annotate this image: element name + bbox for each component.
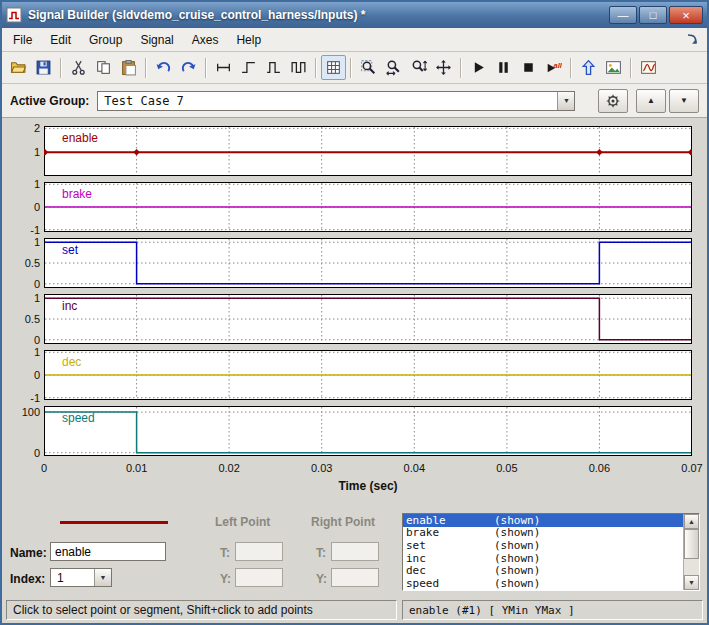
plot-canvas-dec[interactable]: dec: [44, 350, 692, 400]
x-tick-label: 0.07: [681, 462, 702, 474]
signal-list-item-brake[interactable]: brake(shown): [403, 527, 683, 540]
zoom-region-button[interactable]: [356, 55, 381, 80]
zoom-fit-button[interactable]: [431, 55, 456, 80]
index-value: 1: [51, 571, 94, 585]
dock-figure-icon[interactable]: [680, 33, 705, 46]
copy-figure-button[interactable]: [601, 55, 626, 80]
group-up-button[interactable]: ▲: [636, 89, 666, 113]
y-tick-label: 0: [4, 278, 40, 289]
run-all-sections-button[interactable]: all: [541, 55, 566, 80]
y-tick-label: 0: [4, 370, 40, 381]
stop-simulation-button[interactable]: [516, 55, 541, 80]
plot-canvas-enable[interactable]: enable: [44, 126, 692, 176]
right-t-label: T:: [316, 546, 326, 560]
copy-button[interactable]: [91, 55, 116, 80]
signal-status: (shown): [494, 526, 540, 539]
name-input[interactable]: [50, 542, 166, 561]
menu-file[interactable]: File: [4, 29, 41, 51]
chevron-down-icon[interactable]: ▼: [557, 92, 574, 110]
paste-button[interactable]: [116, 55, 141, 80]
signal-name: set: [406, 539, 494, 552]
signal-status: (shown): [494, 577, 540, 590]
svg-text:speed: speed: [62, 411, 95, 425]
open-button[interactable]: [6, 55, 31, 80]
play-icon: [470, 59, 487, 76]
open-scope-button[interactable]: [636, 55, 661, 80]
plot-row-speed: 0100speed: [44, 406, 692, 456]
active-group-select[interactable]: Test Case 7 ▼: [97, 91, 575, 111]
x-axis-title: Time (sec): [44, 479, 692, 493]
minimize-button[interactable]: —: [609, 6, 637, 24]
left-y-input[interactable]: [235, 568, 283, 587]
toolbar-separator: [570, 58, 572, 78]
gear-icon: [605, 93, 621, 109]
scroll-up-button[interactable]: ▲: [684, 514, 699, 529]
menu-signal[interactable]: Signal: [131, 29, 182, 51]
y-tick-label: 1: [4, 179, 40, 190]
snap-grid-button[interactable]: [321, 55, 346, 80]
signal-list-item-inc[interactable]: inc(shown): [403, 552, 683, 565]
run-all-icon: all: [545, 59, 562, 76]
maximize-button[interactable]: □: [639, 6, 667, 24]
zoom-y-button[interactable]: [406, 55, 431, 80]
svg-text:enable: enable: [62, 131, 98, 145]
save-button[interactable]: [31, 55, 56, 80]
cut-button[interactable]: [66, 55, 91, 80]
name-label: Name:: [10, 546, 47, 560]
folder-open-icon: [10, 59, 27, 76]
toolbar-separator: [350, 58, 352, 78]
pause-simulation-button[interactable]: [491, 55, 516, 80]
go-to-parent-model-button[interactable]: [576, 55, 601, 80]
menu-group[interactable]: Group: [80, 29, 131, 51]
start-simulation-button[interactable]: [466, 55, 491, 80]
toolbar-separator: [315, 58, 317, 78]
scroll-down-button[interactable]: ▼: [684, 575, 699, 590]
signal-list-item-set[interactable]: set(shown): [403, 539, 683, 552]
x-tick-label: 0.05: [496, 462, 517, 474]
menu-edit[interactable]: Edit: [41, 29, 80, 51]
left-t-input[interactable]: [235, 542, 283, 561]
index-select[interactable]: 1 ▼: [50, 568, 112, 587]
left-point-label: Left Point: [215, 515, 270, 529]
signal-list: enable(shown)brake(shown)set(shown)inc(s…: [402, 513, 700, 591]
scope-icon: [640, 59, 657, 76]
redo-button[interactable]: [176, 55, 201, 80]
title-bar[interactable]: Signal Builder (sldvdemo_cruise_control_…: [2, 2, 707, 28]
undo-button[interactable]: [151, 55, 176, 80]
constant-segment-button[interactable]: [211, 55, 236, 80]
x-tick-label: 0.01: [126, 462, 147, 474]
group-down-button[interactable]: ▼: [669, 89, 699, 113]
close-button[interactable]: ×: [669, 6, 703, 24]
plot-row-dec: -101dec: [44, 350, 692, 400]
app-icon: [6, 7, 22, 23]
zoom-y-icon: [410, 59, 427, 76]
step-segment-button[interactable]: [236, 55, 261, 80]
plot-canvas-set[interactable]: set: [44, 238, 692, 288]
settings-button[interactable]: [598, 89, 628, 113]
chevron-down-icon[interactable]: ▼: [94, 569, 111, 586]
right-t-input[interactable]: [331, 542, 379, 561]
signal-list-scrollbar[interactable]: ▲ ▼: [683, 514, 699, 590]
menu-axes[interactable]: Axes: [183, 29, 228, 51]
pulse-segment-button[interactable]: [261, 55, 286, 80]
signal-status: (shown): [494, 552, 540, 565]
scrollbar-track[interactable]: [684, 529, 699, 575]
toolbar: all: [2, 52, 707, 84]
seg-pulse-icon: [265, 59, 282, 76]
plot-canvas-speed[interactable]: speed: [44, 406, 692, 456]
plot-canvas-inc[interactable]: inc: [44, 294, 692, 344]
zoom-x-button[interactable]: [381, 55, 406, 80]
signal-list-item-speed[interactable]: speed(shown): [403, 577, 683, 590]
plot-row-brake: -101brake: [44, 182, 692, 232]
scrollbar-thumb[interactable]: [684, 529, 699, 559]
plot-panel: 12enable-101brake00.51set00.51inc-101dec…: [2, 118, 707, 505]
square-wave-segment-button[interactable]: [286, 55, 311, 80]
signal-list-item-dec[interactable]: dec(shown): [403, 564, 683, 577]
window-title: Signal Builder (sldvdemo_cruise_control_…: [28, 8, 603, 22]
menu-help[interactable]: Help: [227, 29, 270, 51]
signal-list-item-enable[interactable]: enable(shown): [403, 514, 683, 527]
stop-icon: [520, 59, 537, 76]
right-y-input[interactable]: [331, 568, 379, 587]
signal-name: dec: [406, 564, 494, 577]
plot-canvas-brake[interactable]: brake: [44, 182, 692, 232]
